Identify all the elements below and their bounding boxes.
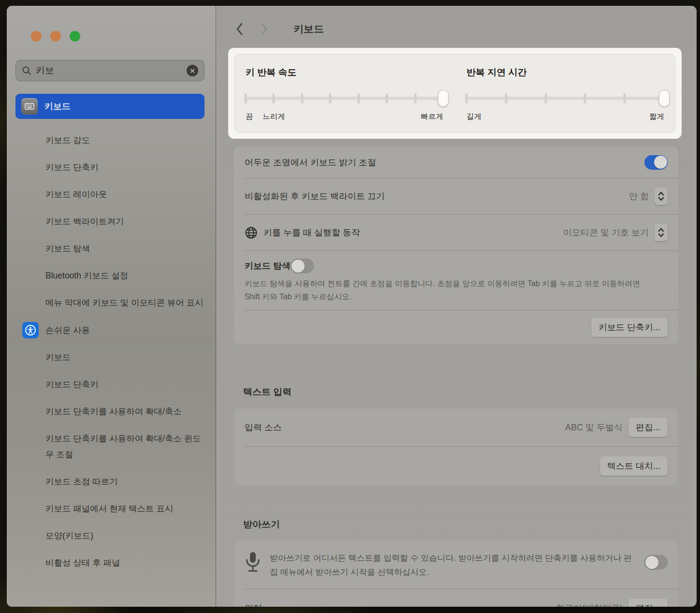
toggle-knob <box>292 260 305 273</box>
dictation-heading: 받아쓰기 <box>243 518 280 531</box>
repeat-delay-label: 반복 지연 시간 <box>467 66 664 79</box>
forward-button[interactable] <box>260 22 268 36</box>
search-text[interactable]: 키보 <box>36 64 187 77</box>
input-source-value: ABC 및 두벌식 <box>565 422 623 433</box>
close-window-button[interactable] <box>31 31 42 42</box>
page-title: 키보드 <box>293 22 324 36</box>
minimize-window-button[interactable] <box>50 31 61 42</box>
navigation-bar: 키보드 <box>235 22 324 36</box>
text-input-heading: 텍스트 입력 <box>243 386 292 398</box>
sidebar-item-keyboard-shortcuts[interactable]: 키보드 단축키 <box>45 160 204 175</box>
sidebar: 키보 ✕ 키보드 키보드 감도 키보드 단축키 키보드 레이아웃 키보드 백라이… <box>7 6 216 607</box>
sidebar-item-acc-inactive-panel[interactable]: 비활성 상태 후 패널 <box>45 555 204 571</box>
microphone-icon <box>245 551 261 573</box>
input-source-label: 입력 소스 <box>245 422 565 433</box>
shortcuts-button-row: 키보드 단축키... <box>234 310 678 344</box>
scale-long-label: 길게 <box>467 112 481 122</box>
sidebar-item-acc-keyboard[interactable]: 키보드 <box>45 350 204 365</box>
sidebar-item-menubar-viewer[interactable]: 메뉴 막대에 키보드 및 이모티콘 뷰어 표시 <box>45 295 204 311</box>
brightness-label: 어두운 조명에서 키보드 밝기 조절 <box>245 157 644 168</box>
backlight-off-popup[interactable] <box>655 188 668 205</box>
brightness-row: 어두운 조명에서 키보드 밝기 조절 <box>234 146 678 178</box>
sidebar-item-keyboard-sensitivity[interactable]: 키보드 감도 <box>45 132 204 148</box>
sidebar-item-acc-focus-follow[interactable]: 키보드 초점 따르기 <box>45 474 204 490</box>
scale-fast-label: 빠르게 <box>421 112 444 122</box>
press-key-popup[interactable] <box>655 224 668 241</box>
input-source-edit-button[interactable]: 편집... <box>628 418 668 437</box>
keyboard-app-icon <box>21 98 38 115</box>
keyboard-nav-label: 키보드 탐색 <box>245 260 291 272</box>
key-repeat-label: 키 반복 속도 <box>246 66 443 79</box>
brightness-toggle[interactable] <box>644 155 668 170</box>
traffic-lights <box>31 31 80 42</box>
repeat-settings-card: 키 반복 속도 끔 느리게 빠르게 반복 지연 시간 <box>234 54 675 132</box>
dictation-card: 받아쓰기로 어디서든 텍스트를 입력할 수 있습니다. 받아쓰기를 시작하려면 … <box>234 540 678 607</box>
text-replace-row: 텍스트 대치... <box>234 447 678 485</box>
toggle-knob <box>654 156 667 169</box>
sidebar-group-accessibility[interactable]: 손쉬운 사용 <box>22 322 204 338</box>
toggle-knob <box>645 556 658 569</box>
press-key-row: 키를 누를 때 실행할 동작 이모티콘 및 기호 보기 <box>234 215 678 250</box>
keyboard-nav-row: 키보드 탐색 키보드 탐색을 사용하여 컨트롤 간에 초점을 이동합니다. 초점… <box>234 251 678 310</box>
backlight-off-value: 안 함 <box>629 190 649 202</box>
slider-track[interactable] <box>467 97 664 100</box>
language-row: 언어 한국어(대한민국) 편집... <box>234 589 678 607</box>
language-edit-button[interactable]: 편집... <box>628 598 668 607</box>
sidebar-item-label: 키보드 <box>44 101 71 112</box>
sidebar-item-keyboard-selected[interactable]: 키보드 <box>15 94 204 119</box>
clear-search-icon[interactable]: ✕ <box>187 65 198 76</box>
backlight-off-row: 비활성화된 후 키보드 백라이트 끄기 안 함 <box>234 178 678 214</box>
backlight-off-label: 비활성화된 후 키보드 백라이트 끄기 <box>245 190 629 202</box>
sidebar-item-acc-zoom-shortcut[interactable]: 키보드 단축키를 사용하여 확대/축소 <box>45 404 204 420</box>
globe-icon <box>245 226 258 239</box>
repeat-delay-slider[interactable] <box>467 89 664 107</box>
main-content: 키보드 키 반복 속도 끔 느리게 빠르게 <box>216 6 697 607</box>
sidebar-item-acc-panel-text[interactable]: 키보드 패널에서 현재 텍스트 표시 <box>45 501 204 517</box>
scale-slow-label: 느리게 <box>262 112 285 122</box>
highlighted-settings-panel: 키 반복 속도 끔 느리게 빠르게 반복 지연 시간 <box>228 48 682 139</box>
key-repeat-group: 키 반복 속도 끔 느리게 빠르게 <box>246 66 443 132</box>
back-button[interactable] <box>235 22 244 36</box>
accessibility-icon <box>22 322 39 338</box>
press-key-label: 키를 누를 때 실행할 동작 <box>263 227 563 238</box>
repeat-delay-scale: 길게 짧게 <box>467 112 664 122</box>
sidebar-item-keyboard-backlight[interactable]: 키보드 백라이트켜기 <box>45 214 204 230</box>
sidebar-item-acc-appearance[interactable]: 모양(키보드) <box>45 528 204 544</box>
dictation-description: 받아쓰기로 어디서든 텍스트를 입력할 수 있습니다. 받아쓰기를 시작하려면 … <box>270 551 636 579</box>
sidebar-item-acc-shortcuts[interactable]: 키보드 단축키 <box>45 377 204 393</box>
keyboard-nav-toggle[interactable] <box>291 259 314 273</box>
system-settings-window: 키보 ✕ 키보드 키보드 감도 키보드 단축키 키보드 레이아웃 키보드 백라이… <box>7 6 697 607</box>
keyboard-settings-card: 어두운 조명에서 키보드 밝기 조절 비활성화된 후 키보드 백라이트 끄기 안… <box>234 146 678 344</box>
scale-off-label: 끔 <box>246 112 253 122</box>
repeat-delay-group: 반복 지연 시간 길게 짧게 <box>467 66 664 132</box>
text-replace-button[interactable]: 텍스트 대치... <box>600 456 668 476</box>
language-value: 한국어(대한민국) <box>556 602 623 607</box>
sidebar-item-bluetooth-keyboard[interactable]: Bluetooth 키보드 설정 <box>45 268 204 284</box>
dictation-toggle[interactable] <box>644 555 668 569</box>
slider-thumb[interactable] <box>438 90 449 107</box>
dictation-intro-row: 받아쓰기로 어디서든 텍스트를 입력할 수 있습니다. 받아쓰기를 시작하려면 … <box>234 540 678 589</box>
zoom-window-button[interactable] <box>70 31 80 42</box>
keyboard-nav-description: 키보드 탐색을 사용하여 컨트롤 간에 초점을 이동합니다. 초점을 앞으로 이… <box>245 277 641 303</box>
press-key-value: 이모티콘 및 기호 보기 <box>563 227 649 238</box>
slider-thumb[interactable] <box>659 90 670 107</box>
key-repeat-slider[interactable] <box>246 89 443 107</box>
sidebar-item-keyboard-navigation[interactable]: 키보드 탐색 <box>45 241 204 257</box>
key-repeat-scale: 끔 느리게 빠르게 <box>246 112 443 122</box>
text-input-card: 입력 소스 ABC 및 두벌식 편집... 텍스트 대치... <box>234 409 678 485</box>
language-label: 언어 <box>245 602 556 607</box>
sidebar-item-keyboard-layout[interactable]: 키보드 레이아웃 <box>45 187 204 203</box>
search-input[interactable]: 키보 ✕ <box>15 60 204 81</box>
search-icon <box>22 66 31 75</box>
sidebar-results-list: 키보드 감도 키보드 단축키 키보드 레이아웃 키보드 백라이트켜기 키보드 탐… <box>7 126 216 582</box>
sidebar-group-label: 손쉬운 사용 <box>45 324 90 336</box>
scale-short-label: 짧게 <box>649 112 664 122</box>
input-source-row: 입력 소스 ABC 및 두벌식 편집... <box>234 409 678 446</box>
keyboard-shortcuts-button[interactable]: 키보드 단축키... <box>591 318 668 337</box>
sidebar-item-acc-zoom-window[interactable]: 키보드 단축키를 사용하여 확대/축소 윈도우 조절 <box>45 431 204 463</box>
